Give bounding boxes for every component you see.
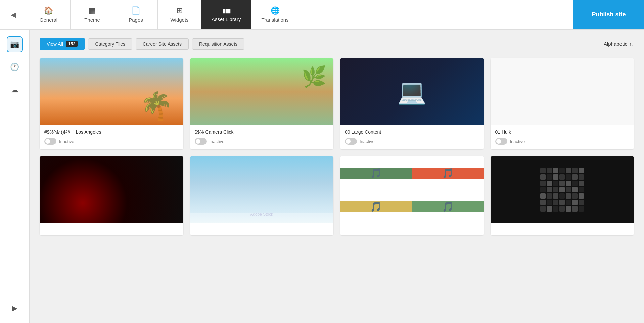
- upload-cloud-icon: ☁: [11, 86, 18, 94]
- asset-image: [340, 58, 484, 125]
- sort-control[interactable]: Alphabetic ↑↓: [604, 41, 634, 47]
- nav-item-general[interactable]: 🏠 General: [27, 0, 71, 29]
- filter-view-all-label: View All: [47, 41, 63, 47]
- filter-count-badge: 152: [66, 41, 78, 47]
- top-nav: ◀ 🏠 General ▦ Theme 📄 Pages ⊞ Widgets ▮▮…: [0, 0, 644, 30]
- clock-icon: 🕐: [10, 63, 19, 72]
- filter-category-tiles-label: Category Tiles: [95, 41, 125, 47]
- content-area: View All 152 Category Tiles Career Site …: [30, 30, 644, 323]
- asset-toggle[interactable]: [345, 138, 357, 145]
- nav-item-widgets[interactable]: ⊞ Widgets: [158, 0, 201, 29]
- sidebar-upload-button[interactable]: ☁: [7, 82, 23, 98]
- asset-title: #$%^&*()!@~` Los Angeles: [44, 129, 179, 135]
- nav-item-pages-label: Pages: [129, 17, 143, 23]
- arrow-right-icon: ▶: [12, 304, 17, 313]
- publish-site-button[interactable]: Publish site: [573, 0, 644, 29]
- asset-title: $$% Camera Click: [195, 129, 329, 135]
- asset-image: [40, 156, 183, 223]
- asset-image: 🎵 🎵 🎵 🎵: [340, 156, 484, 223]
- general-icon: 🏠: [44, 6, 53, 15]
- left-sidebar: 📷 🕐 ☁ ▶: [0, 30, 30, 323]
- camera-icon: 📷: [10, 40, 19, 49]
- nav-item-widgets-label: Widgets: [170, 17, 188, 23]
- asset-title: 00 Large Content: [345, 129, 479, 135]
- publish-site-label: Publish site: [592, 11, 626, 18]
- sort-arrows-icon: ↑↓: [629, 41, 634, 47]
- asset-toggle[interactable]: [195, 138, 207, 145]
- widgets-icon: ⊞: [177, 6, 183, 15]
- nav-item-general-label: General: [40, 17, 57, 23]
- asset-image: [491, 156, 634, 223]
- asset-image: [190, 58, 334, 125]
- nav-item-asset-library-label: Asset Library: [212, 16, 241, 22]
- asset-image: Adobe Stock: [190, 156, 334, 223]
- asset-status-label: Inactive: [59, 139, 74, 144]
- pages-icon: 📄: [131, 6, 140, 15]
- asset-image: [40, 58, 183, 125]
- filter-view-all-button[interactable]: View All 152: [40, 38, 85, 50]
- nav-item-translations[interactable]: 🌐 Translations: [251, 0, 299, 29]
- nav-back-button[interactable]: ◀: [0, 0, 27, 29]
- asset-card: #$%^&*()!@~` Los Angeles Inactive: [40, 58, 183, 149]
- asset-status-label: Inactive: [360, 139, 375, 144]
- asset-status-label: Inactive: [510, 139, 525, 144]
- asset-library-icon: ▮▮▮: [222, 7, 230, 14]
- sidebar-clock-button[interactable]: 🕐: [7, 59, 23, 75]
- asset-grid: #$%^&*()!@~` Los Angeles Inactive $$% Ca…: [40, 58, 634, 235]
- back-icon: ◀: [11, 11, 16, 19]
- nav-item-translations-label: Translations: [262, 17, 289, 23]
- nav-item-theme-label: Theme: [84, 17, 100, 23]
- nav-item-theme[interactable]: ▦ Theme: [71, 0, 114, 29]
- filter-requisition-assets-button[interactable]: Requisition Assets: [192, 38, 244, 50]
- asset-card: Adobe Stock: [190, 156, 334, 235]
- filter-career-site-assets-label: Career Site Assets: [143, 41, 182, 47]
- filter-requisition-assets-label: Requisition Assets: [199, 41, 237, 47]
- asset-card: $$% Camera Click Inactive: [190, 58, 334, 149]
- asset-image: [491, 58, 634, 125]
- filter-category-tiles-button[interactable]: Category Tiles: [88, 38, 132, 50]
- filter-bar: View All 152 Category Tiles Career Site …: [40, 38, 634, 50]
- asset-card: 00 Large Content Inactive: [340, 58, 484, 149]
- asset-card: [491, 156, 634, 235]
- translations-icon: 🌐: [271, 6, 280, 15]
- asset-card: [40, 156, 183, 235]
- asset-toggle[interactable]: [44, 138, 56, 145]
- asset-card: 01 Hulk Inactive: [491, 58, 634, 149]
- sidebar-arrow-button[interactable]: ▶: [7, 300, 23, 316]
- asset-title: 01 Hulk: [495, 129, 630, 135]
- asset-card: 🎵 🎵 🎵 🎵: [340, 156, 484, 235]
- asset-status-label: Inactive: [210, 139, 225, 144]
- theme-icon: ▦: [89, 6, 96, 15]
- sidebar-camera-button[interactable]: 📷: [7, 36, 23, 52]
- asset-toggle[interactable]: [495, 138, 507, 145]
- sort-label: Alphabetic: [604, 41, 627, 47]
- filter-career-site-assets-button[interactable]: Career Site Assets: [136, 38, 189, 50]
- nav-item-pages[interactable]: 📄 Pages: [114, 0, 158, 29]
- nav-item-asset-library[interactable]: ▮▮▮ Asset Library: [201, 0, 251, 29]
